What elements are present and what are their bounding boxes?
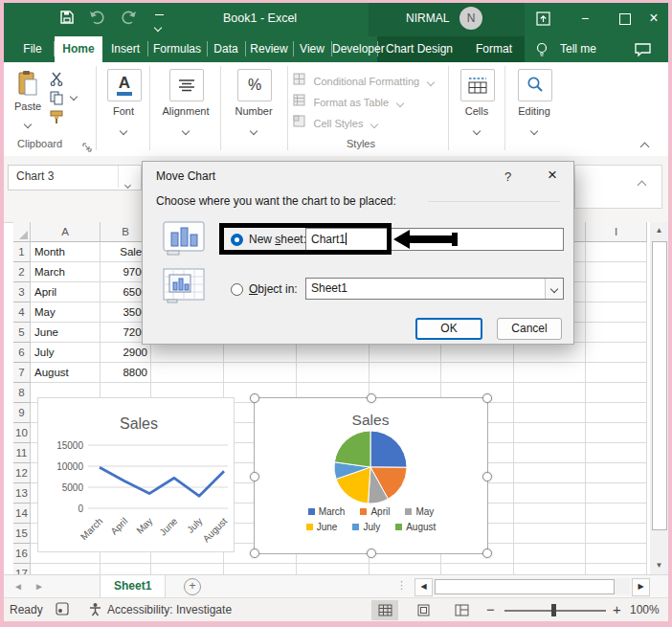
- row-header-12[interactable]: 12: [13, 463, 31, 483]
- vertical-scrollbar[interactable]: ▲ ▼: [650, 222, 668, 574]
- row-header-5[interactable]: 5: [13, 323, 31, 343]
- maximize-button[interactable]: [611, 4, 639, 33]
- customize-quick-access-icon[interactable]: [155, 14, 164, 34]
- zoom-out-icon[interactable]: −: [486, 601, 495, 617]
- cell-D17[interactable]: [224, 564, 297, 574]
- cell-H14[interactable]: [514, 504, 586, 524]
- selection-handle[interactable]: [482, 393, 492, 403]
- row-header-7[interactable]: 7: [13, 363, 31, 383]
- cell-A6[interactable]: July: [31, 343, 101, 363]
- number-group-button[interactable]: % Number: [224, 69, 283, 138]
- cell-E7[interactable]: [297, 363, 370, 383]
- accessibility-status[interactable]: Accessibility: Investigate: [107, 603, 232, 616]
- avatar[interactable]: N: [459, 7, 482, 30]
- font-group-button[interactable]: A Font: [100, 69, 147, 138]
- cell-A2[interactable]: March: [31, 262, 101, 282]
- cell-H17[interactable]: [514, 564, 586, 574]
- cell-C7[interactable]: [151, 363, 224, 383]
- editing-group-button[interactable]: Editing: [508, 69, 560, 138]
- cell-I15[interactable]: [586, 524, 647, 544]
- horizontal-scrollbar[interactable]: [433, 578, 630, 594]
- cell-I12[interactable]: [586, 463, 647, 483]
- pie-chart[interactable]: SalesMarchAprilMayJuneJulyAugust: [254, 397, 488, 554]
- cell-I9[interactable]: [586, 403, 647, 423]
- cell-F6[interactable]: [370, 343, 441, 363]
- sheet-nav-right-icon[interactable]: ►: [34, 575, 44, 598]
- cell-I14[interactable]: [586, 504, 647, 524]
- minimize-button[interactable]: −: [571, 4, 599, 33]
- cell-E6[interactable]: [297, 343, 370, 363]
- cell-I7[interactable]: [586, 363, 647, 383]
- expand-formula-bar-icon[interactable]: [638, 175, 645, 192]
- cell-H16[interactable]: [514, 544, 586, 564]
- cell-G17[interactable]: [441, 564, 514, 574]
- tab-review[interactable]: Review: [246, 36, 292, 62]
- tab-data[interactable]: Data: [208, 36, 244, 62]
- cell-A5[interactable]: June: [31, 323, 101, 343]
- cell-I6[interactable]: [586, 343, 647, 363]
- selection-handle[interactable]: [250, 472, 259, 481]
- tab-file[interactable]: File: [13, 36, 52, 62]
- cell-A4[interactable]: May: [31, 302, 101, 323]
- tell-me-box[interactable]: Tell me: [553, 36, 603, 62]
- cell-H9[interactable]: [514, 403, 586, 423]
- cell-I3[interactable]: [586, 282, 647, 302]
- cell-D7[interactable]: [224, 363, 297, 383]
- cancel-button[interactable]: Cancel: [497, 318, 562, 340]
- object-in-select[interactable]: Sheet1: [305, 278, 564, 300]
- row-header-6[interactable]: 6: [13, 343, 31, 363]
- cell-B17[interactable]: [101, 564, 151, 574]
- cell-I16[interactable]: [586, 544, 647, 564]
- tab-view[interactable]: View: [294, 36, 330, 62]
- zoom-slider-thumb[interactable]: [551, 604, 556, 616]
- sheet-tab-sheet1[interactable]: Sheet1: [100, 575, 166, 599]
- row-header-15[interactable]: 15: [13, 524, 31, 544]
- conditional-formatting-button[interactable]: Conditional Formatting: [293, 72, 434, 89]
- row-header-11[interactable]: 11: [13, 443, 31, 463]
- cell-I5[interactable]: [586, 323, 647, 343]
- format-painter-icon[interactable]: [50, 110, 64, 128]
- scroll-up-icon[interactable]: ▲: [650, 222, 668, 239]
- cell-A7[interactable]: August: [31, 363, 101, 383]
- row-header-13[interactable]: 13: [13, 483, 31, 504]
- row-header-14[interactable]: 14: [13, 504, 31, 524]
- ribbon-display-options-icon[interactable]: [528, 4, 557, 33]
- name-box-dropdown-icon[interactable]: [125, 174, 130, 191]
- object-in-radio[interactable]: [231, 283, 243, 296]
- cell-styles-button[interactable]: Cell Styles: [293, 114, 377, 131]
- chevron-down-icon[interactable]: [545, 279, 563, 299]
- cell-G6[interactable]: [441, 343, 514, 363]
- cell-I2[interactable]: [586, 262, 647, 282]
- cell-F17[interactable]: [370, 564, 441, 574]
- cell-C6[interactable]: [151, 343, 224, 363]
- dialog-close-icon[interactable]: ×: [548, 166, 557, 185]
- tab-insert[interactable]: Insert: [104, 36, 146, 62]
- copy-icon[interactable]: [50, 91, 77, 109]
- cell-A17[interactable]: [31, 564, 101, 574]
- cell-I1[interactable]: [586, 242, 647, 262]
- clipboard-dialog-launcher-icon[interactable]: [82, 139, 92, 156]
- cell-B6[interactable]: 2900: [101, 343, 151, 363]
- cell-C17[interactable]: [151, 564, 224, 574]
- zoom-level[interactable]: 100%: [630, 603, 660, 616]
- sheet-nav-left-icon[interactable]: ◄: [13, 575, 23, 598]
- macro-record-icon[interactable]: [56, 602, 69, 618]
- cell-H12[interactable]: [514, 463, 586, 483]
- line-chart[interactable]: Sales150001000050000MarchAprilMayJuneJul…: [37, 397, 235, 552]
- page-layout-view-icon[interactable]: [410, 600, 437, 620]
- cells-group-button[interactable]: Cells: [452, 69, 502, 138]
- dialog-help-button[interactable]: ?: [504, 169, 511, 184]
- vertical-scroll-thumb[interactable]: [652, 241, 667, 530]
- accessibility-icon[interactable]: [88, 602, 102, 619]
- scroll-down-icon[interactable]: ▼: [650, 557, 668, 574]
- cell-D6[interactable]: [224, 343, 297, 363]
- cell-I10[interactable]: [586, 423, 647, 443]
- tab-scrollbar-splitter[interactable]: ⋮: [396, 579, 407, 592]
- cell-H7[interactable]: [514, 363, 586, 383]
- row-header-4[interactable]: 4: [13, 302, 31, 323]
- selection-handle[interactable]: [482, 549, 492, 558]
- selection-handle[interactable]: [367, 549, 376, 558]
- select-all-corner[interactable]: [13, 222, 31, 242]
- cell-H11[interactable]: [514, 443, 586, 463]
- column-header-A[interactable]: A: [31, 222, 101, 242]
